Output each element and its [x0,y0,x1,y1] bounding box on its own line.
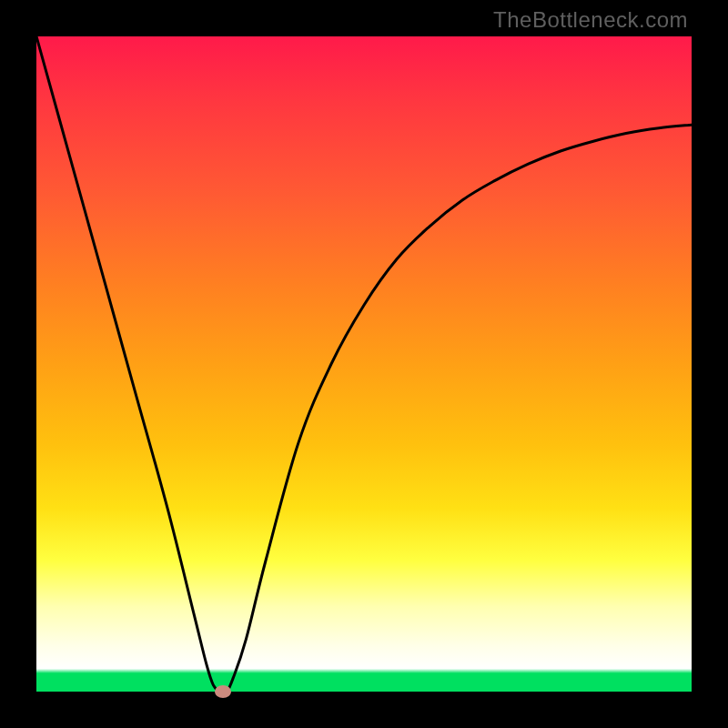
optimal-point-marker [215,685,231,698]
chart-frame: TheBottleneck.com [0,0,728,728]
bottleneck-curve [36,36,692,692]
plot-area [36,36,692,692]
brand-watermark: TheBottleneck.com [493,7,688,33]
